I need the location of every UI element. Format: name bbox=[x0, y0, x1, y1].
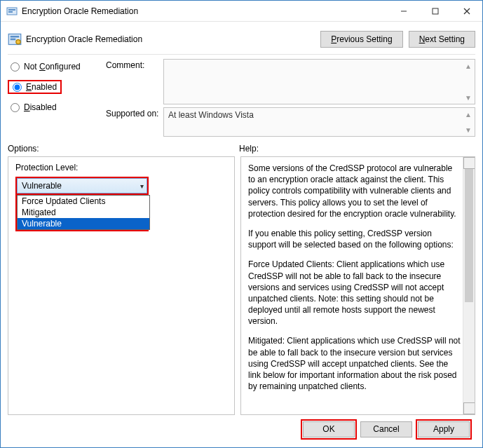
separator bbox=[8, 54, 475, 55]
svg-rect-2 bbox=[8, 11, 13, 13]
comment-row: Comment: ▲ ▼ bbox=[106, 59, 475, 104]
comment-value bbox=[164, 60, 475, 64]
protection-level-listbox[interactable]: Force Updated Clients Mitigated Vulnerab… bbox=[17, 195, 150, 230]
chevron-down-icon: ▾ bbox=[140, 182, 144, 190]
protection-level-dropdown[interactable]: Vulnerable ▾ bbox=[17, 178, 147, 194]
svg-point-10 bbox=[16, 40, 20, 44]
minimize-button[interactable] bbox=[388, 1, 419, 21]
help-paragraph: Mitigated: Client applications which use… bbox=[248, 335, 461, 392]
dropdown-option-vulnerable[interactable]: Vulnerable bbox=[18, 218, 149, 229]
options-pane: Protection Level: Vulnerable ▾ Force Upd… bbox=[8, 156, 235, 415]
fields-column: Comment: ▲ ▼ Supported on: At least Wind… bbox=[106, 59, 475, 137]
scroll-down-icon[interactable]: ▼ bbox=[463, 93, 473, 102]
radio-not-configured[interactable]: Not Configured bbox=[8, 60, 99, 73]
config-section: Not Configured Enabled Disabled Comment: bbox=[8, 59, 475, 137]
options-label: Options: bbox=[8, 144, 239, 154]
client-area: Encryption Oracle Remediation Previous S… bbox=[1, 22, 482, 447]
help-scrollbar[interactable]: ▲ ▼ bbox=[463, 157, 475, 414]
help-pane: Some versions of the CredSSP protocol ar… bbox=[240, 156, 475, 415]
dialog-window: Encryption Oracle Remediation Encryption… bbox=[0, 0, 483, 448]
radio-group: Not Configured Enabled Disabled bbox=[8, 59, 99, 137]
policy-title: Encryption Oracle Remediation bbox=[26, 34, 315, 44]
svg-rect-9 bbox=[11, 39, 16, 41]
supported-row: Supported on: At least Windows Vista ▲ ▼ bbox=[106, 107, 475, 137]
scroll-up-icon[interactable]: ▲ bbox=[463, 109, 473, 119]
dropdown-option-mitigated[interactable]: Mitigated bbox=[18, 207, 149, 218]
ok-button[interactable]: OK bbox=[303, 421, 355, 437]
svg-rect-8 bbox=[11, 36, 20, 38]
help-paragraph: Force Updated Clients: Client applicatio… bbox=[248, 259, 461, 327]
dropdown-option-force-updated[interactable]: Force Updated Clients bbox=[18, 196, 149, 207]
help-text: Some versions of the CredSSP protocol ar… bbox=[248, 163, 461, 392]
help-paragraph: If you enable this policy setting, CredS… bbox=[248, 228, 461, 250]
header-row: Encryption Oracle Remediation Previous S… bbox=[8, 26, 475, 53]
panes-row: Protection Level: Vulnerable ▾ Force Upd… bbox=[8, 156, 475, 415]
radio-disabled[interactable]: Disabled bbox=[8, 101, 99, 114]
scroll-down-button[interactable]: ▼ bbox=[463, 402, 475, 414]
apply-button[interactable]: Apply bbox=[418, 421, 470, 437]
cancel-button[interactable]: Cancel bbox=[360, 421, 412, 437]
policy-icon bbox=[8, 32, 22, 46]
pane-labels: Options: Help: bbox=[8, 144, 475, 154]
supported-textarea: At least Windows Vista ▲ ▼ bbox=[163, 107, 475, 137]
supported-value: At least Windows Vista bbox=[164, 108, 475, 122]
scroll-thumb[interactable] bbox=[465, 169, 473, 302]
titlebar: Encryption Oracle Remediation bbox=[1, 1, 482, 22]
previous-setting-button[interactable]: Previous Setting bbox=[320, 31, 402, 48]
radio-disabled-input[interactable] bbox=[11, 103, 20, 112]
radio-enabled[interactable]: Enabled bbox=[11, 82, 58, 92]
help-paragraph: Some versions of the CredSSP protocol ar… bbox=[248, 163, 461, 219]
close-button[interactable] bbox=[451, 1, 482, 21]
scroll-up-button[interactable]: ▲ bbox=[463, 157, 475, 169]
svg-rect-4 bbox=[433, 8, 438, 14]
supported-label: Supported on: bbox=[106, 107, 163, 118]
help-label: Help: bbox=[239, 144, 475, 154]
scroll-up-icon[interactable]: ▲ bbox=[463, 61, 473, 71]
comment-textarea[interactable]: ▲ ▼ bbox=[163, 59, 475, 104]
footer: OK Cancel Apply bbox=[8, 415, 475, 443]
radio-enabled-input[interactable] bbox=[13, 83, 22, 92]
app-icon bbox=[6, 6, 18, 17]
svg-rect-1 bbox=[8, 9, 15, 11]
maximize-button[interactable] bbox=[419, 1, 451, 21]
scroll-down-icon[interactable]: ▼ bbox=[463, 125, 473, 135]
next-setting-button[interactable]: Next Setting bbox=[409, 31, 475, 48]
radio-not-configured-input[interactable] bbox=[11, 62, 20, 72]
dropdown-selected-value: Vulnerable bbox=[22, 181, 62, 191]
protection-level-label: Protection Level: bbox=[15, 163, 227, 172]
window-title: Encryption Oracle Remediation bbox=[22, 6, 388, 16]
comment-label: Comment: bbox=[106, 59, 163, 70]
